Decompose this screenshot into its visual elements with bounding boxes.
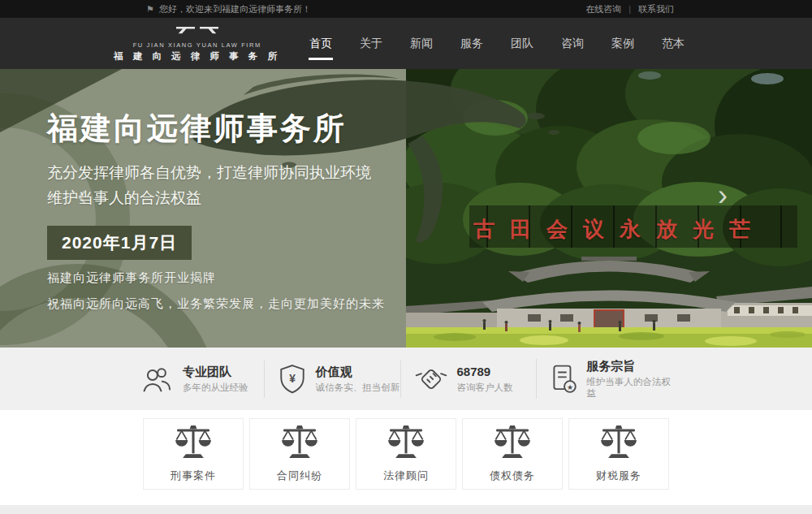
scale-icon bbox=[494, 425, 531, 462]
news-line-2: 祝福向远所向远高飞，业务繁荣发展，走向更加美好的未来 bbox=[47, 296, 385, 312]
feature-title: 服务宗旨 bbox=[586, 359, 672, 373]
scale-icon bbox=[175, 425, 212, 462]
logo-mark-icon bbox=[175, 25, 219, 40]
hero-banner: 古田会议永放光芒 福建向远律师事务所 充分发挥律师各自优势，打造律师协同执业环境… bbox=[0, 69, 812, 348]
nav-item-services[interactable]: 服务 bbox=[447, 18, 497, 69]
scale-icon bbox=[600, 425, 637, 462]
nav-item-team[interactable]: 团队 bbox=[497, 18, 547, 69]
service-card-legal-advisor[interactable]: 法律顾问 bbox=[356, 418, 456, 490]
service-card-tax[interactable]: 财税服务 bbox=[568, 418, 669, 490]
service-card-label: 合同纠纷 bbox=[277, 469, 322, 483]
shield-yen-icon: ¥ bbox=[278, 364, 307, 395]
carousel-next-icon[interactable]: › bbox=[718, 181, 728, 210]
nav-item-home[interactable]: 首页 bbox=[296, 18, 346, 69]
handshake-icon bbox=[414, 365, 448, 394]
service-card-label: 刑事案件 bbox=[171, 469, 216, 483]
service-card-label: 法律顾问 bbox=[383, 469, 429, 483]
hero-subtitle-line1: 充分发挥律师各自优势，打造律师协同执业环境 bbox=[47, 161, 385, 184]
welcome-text: 您好，欢迎来到福建向远律师事务所！ bbox=[159, 3, 311, 15]
nav-item-about[interactable]: 关于 bbox=[346, 18, 396, 69]
scale-icon bbox=[387, 425, 425, 462]
page: ⚑ 您好，欢迎来到福建向远律师事务所！ 在线咨询 | 联系我们 FU JIAN … bbox=[0, 0, 812, 514]
svg-text:¥: ¥ bbox=[289, 372, 296, 384]
gutian-photo-illustration bbox=[406, 69, 812, 348]
footer-strip bbox=[0, 505, 812, 514]
news-date-badge: 2020年1月7日 bbox=[47, 226, 192, 260]
services-section: 刑事案件 合同纠纷 bbox=[0, 418, 812, 490]
logo[interactable]: FU JIAN XIANG YUAN LAW FIRM 福 建 向 远 律 师 … bbox=[114, 25, 281, 63]
service-card-criminal[interactable]: 刑事案件 bbox=[143, 418, 244, 490]
hero-subtitle-line2: 维护当事人的合法权益 bbox=[47, 186, 385, 209]
news-line-1: 福建向远律师事务所开业揭牌 bbox=[47, 270, 385, 286]
feature-desc: 咨询客户人数 bbox=[457, 382, 513, 393]
service-card-label: 债权债务 bbox=[490, 469, 535, 483]
service-card-debt[interactable]: 债权债务 bbox=[462, 418, 563, 490]
nav-item-news[interactable]: 新闻 bbox=[396, 18, 447, 69]
feature-values: ¥ 价值观 诚信务实、担当创新 bbox=[264, 361, 400, 398]
feature-title: 专业团队 bbox=[183, 365, 248, 378]
hero-title: 福建向远律师事务所 bbox=[47, 108, 385, 149]
logo-text-cn: 福 建 向 远 律 师 事 务 所 bbox=[114, 50, 281, 63]
flag-icon: ⚑ bbox=[146, 4, 154, 15]
service-card-label: 财税服务 bbox=[596, 469, 641, 483]
logo-text-en: FU JIAN XIANG YUAN LAW FIRM bbox=[133, 41, 261, 49]
svg-text:★: ★ bbox=[567, 382, 573, 391]
carousel-prev-icon[interactable]: ‹ bbox=[77, 181, 87, 210]
main-nav: 首页 关于 新闻 服务 团队 咨询 案例 范本 bbox=[296, 18, 698, 69]
feature-title: 68789 bbox=[457, 365, 513, 378]
feature-desc: 维护当事人的合法权益 bbox=[586, 376, 672, 399]
nav-item-cases[interactable]: 案例 bbox=[598, 18, 648, 69]
topbar-separator: | bbox=[628, 4, 631, 14]
hero-photo: 古田会议永放光芒 bbox=[406, 69, 812, 348]
service-card-contract[interactable]: 合同纠纷 bbox=[249, 418, 350, 490]
hero-content: 福建向远律师事务所 充分发挥律师各自优势，打造律师协同执业环境 维护当事人的合法… bbox=[47, 69, 385, 312]
header: FU JIAN XIANG YUAN LAW FIRM 福 建 向 远 律 师 … bbox=[0, 18, 812, 69]
document-star-icon: ★ bbox=[550, 364, 577, 395]
gutian-sign-text: 古田会议永放光芒 bbox=[406, 215, 812, 244]
scale-icon bbox=[281, 425, 318, 462]
nav-item-templates[interactable]: 范本 bbox=[648, 18, 698, 69]
feature-client-count: 68789 咨询客户人数 bbox=[400, 361, 537, 398]
online-consult-link[interactable]: 在线咨询 bbox=[585, 3, 621, 15]
features-band: 专业团队 多年的从业经验 ¥ 价值观 诚信务实、担当创新 bbox=[0, 348, 812, 410]
feature-professional-team: 专业团队 多年的从业经验 bbox=[140, 365, 264, 394]
feature-desc: 诚信务实、担当创新 bbox=[316, 382, 400, 393]
feature-service-purpose: ★ 服务宗旨 维护当事人的合法权益 bbox=[536, 359, 672, 399]
feature-desc: 多年的从业经验 bbox=[183, 382, 248, 393]
feature-title: 价值观 bbox=[316, 365, 400, 378]
people-icon bbox=[141, 365, 174, 394]
top-bar: ⚑ 您好，欢迎来到福建向远律师事务所！ 在线咨询 | 联系我们 bbox=[0, 0, 812, 18]
nav-item-consult[interactable]: 咨询 bbox=[547, 18, 598, 69]
contact-us-link[interactable]: 联系我们 bbox=[638, 3, 674, 15]
